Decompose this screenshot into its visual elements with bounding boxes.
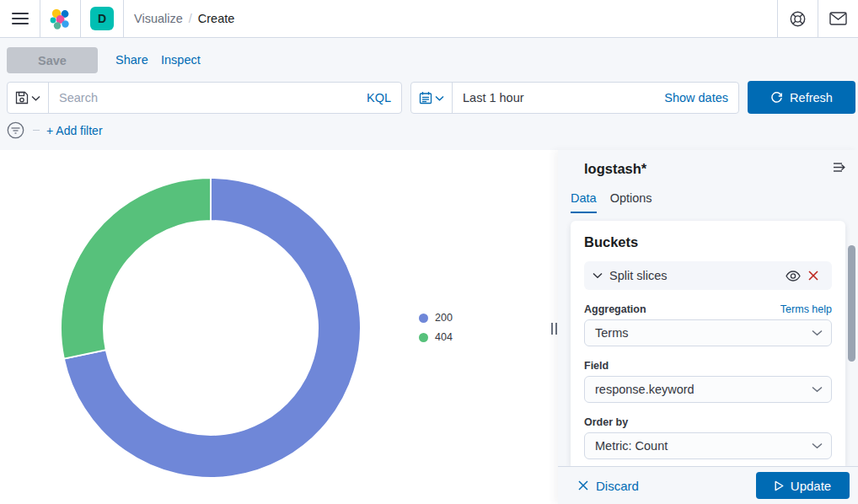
menu-right-icon (833, 162, 846, 173)
filter-bar: + Add filter (7, 121, 103, 139)
close-icon (578, 480, 588, 491)
legend-label-200: 200 (435, 312, 453, 324)
help-menu-button[interactable] (778, 0, 818, 38)
order-by-value: Metric: Count (595, 439, 812, 453)
donut-slice-404[interactable] (61, 178, 211, 359)
chevron-down-icon (435, 95, 444, 101)
buckets-card: Buckets Split slices (571, 221, 845, 466)
chevron-down-icon (593, 272, 603, 279)
order-by-select[interactable]: Metric: Count (584, 432, 832, 459)
tab-data[interactable]: Data (571, 191, 597, 213)
legend-item-200[interactable]: 200 (419, 312, 453, 324)
close-icon (808, 271, 818, 281)
kibana-visualize-create-page: D Visualize / Create (0, 0, 858, 504)
donut-chart-svg (0, 150, 558, 504)
refresh-label: Refresh (790, 91, 833, 105)
legend-label-404: 404 (435, 331, 453, 343)
field-label: Field (584, 360, 609, 372)
collapse-panel-button[interactable] (833, 162, 846, 173)
quick-select-menu-button[interactable] (411, 83, 453, 113)
editor-footer: Discard Update (558, 466, 858, 504)
terms-help-link[interactable]: Terms help (780, 303, 832, 315)
breadcrumb-separator: / (189, 12, 192, 25)
breadcrumb-create: Create (198, 12, 235, 25)
breadcrumb-visualize[interactable]: Visualize (134, 12, 183, 25)
editor-side-panel: logstash* Data Options Buckets Split sli… (558, 150, 858, 504)
save-button[interactable]: Save (7, 47, 98, 73)
field-select[interactable]: response.keyword (584, 376, 832, 403)
chevron-down-icon (812, 442, 823, 449)
update-label: Update (791, 479, 831, 493)
legend-dot-200 (419, 314, 428, 323)
breadcrumb: Visualize / Create (134, 12, 234, 25)
tab-options[interactable]: Options (610, 191, 652, 213)
top-nav: D Visualize / Create (0, 0, 858, 38)
split-slices-accordion[interactable]: Split slices (584, 261, 832, 290)
chevron-down-icon (31, 95, 40, 101)
refresh-icon (770, 91, 783, 104)
legend-dot-404 (419, 333, 428, 342)
update-button[interactable]: Update (756, 472, 850, 499)
panel-tabs: Data Options (571, 191, 652, 213)
help-icon (790, 11, 806, 27)
field-value: response.keyword (595, 383, 812, 396)
menu-hamburger-icon[interactable] (0, 0, 40, 38)
newsfeed-button[interactable] (818, 0, 858, 38)
filter-icon[interactable] (7, 121, 24, 139)
query-bar: KQL (7, 82, 402, 114)
chevron-down-icon (812, 386, 823, 393)
order-by-label: Order by (584, 416, 628, 428)
time-range-value[interactable]: Last 1 hour (453, 91, 664, 105)
panel-scrollbar[interactable] (848, 245, 855, 362)
saved-query-menu-button[interactable] (8, 83, 49, 113)
aggregation-label: Aggregation (584, 303, 646, 315)
remove-bucket-button[interactable] (803, 265, 823, 286)
discard-label: Discard (596, 479, 639, 493)
chevron-down-icon (812, 330, 823, 336)
add-filter-button[interactable]: + Add filter (46, 124, 103, 137)
index-pattern-title: logstash* (584, 161, 646, 177)
aggregation-select[interactable]: Terms (584, 319, 832, 346)
toggle-visibility-button[interactable] (783, 265, 803, 286)
aggregation-value: Terms (595, 326, 812, 340)
mail-icon (829, 12, 847, 25)
space-avatar[interactable]: D (90, 7, 114, 30)
split-slices-label: Split slices (609, 269, 783, 282)
play-icon (775, 480, 784, 491)
discard-button[interactable]: Discard (578, 479, 639, 493)
refresh-button[interactable]: Refresh (748, 81, 855, 114)
search-input[interactable] (49, 91, 367, 105)
calendar-icon (419, 91, 432, 105)
eye-icon (786, 271, 801, 281)
share-button[interactable]: Share (115, 53, 148, 67)
save-query-icon (15, 91, 29, 105)
elastic-logo[interactable] (40, 0, 80, 38)
legend-item-404[interactable]: 404 (419, 331, 453, 343)
query-language-switcher[interactable]: KQL (367, 91, 401, 105)
elastic-logo-icon (50, 8, 71, 29)
date-picker: Last 1 hour Show dates (410, 82, 739, 114)
filter-divider (33, 130, 40, 131)
panel-resize-handle[interactable] (551, 322, 557, 335)
visualization-canvas: 200 404 (0, 150, 558, 504)
chart-legend: 200 404 (419, 312, 453, 343)
inspect-button[interactable]: Inspect (161, 53, 201, 67)
show-dates-button[interactable]: Show dates (664, 91, 738, 105)
buckets-title: Buckets (584, 234, 832, 250)
